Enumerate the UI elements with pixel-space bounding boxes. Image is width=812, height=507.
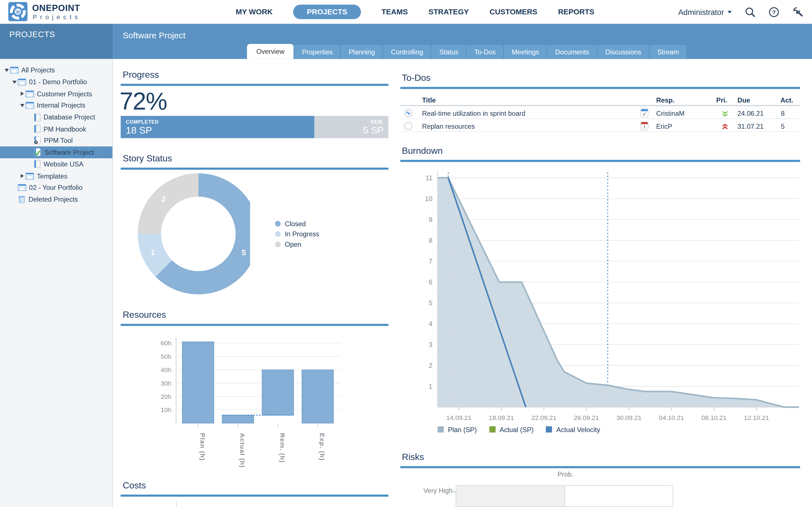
priority-low-green-icon [722,110,728,119]
sidebar-item-01-demo-portfolio[interactable]: 01 - Demo Portfolio [0,76,112,88]
svg-text:10: 10 [425,195,433,203]
story-status-donut-chart: 512 [116,166,250,301]
tree-down-arrow-icon[interactable] [18,104,26,107]
sidebar-item-deleted-projects[interactable]: Deleted Projects [0,193,112,205]
costs-heading: Costs [123,480,146,491]
sidebar-item-website-usa[interactable]: Website USA [0,158,112,170]
nav-teams[interactable]: TEAMS [382,8,408,16]
tree-item-label: Templates [37,172,67,180]
legend-velocity: Actual Velocity [556,426,600,434]
tree-down-arrow-icon[interactable] [3,69,10,72]
nav-projects[interactable]: PROJECTS [293,5,361,19]
sidebar-header: PROJECTS [0,24,113,59]
tree-item-label: Website USA [43,160,84,168]
folder-icon [26,172,34,180]
svg-text:12.10.21: 12.10.21 [744,414,769,421]
tab-to-dos[interactable]: To-Dos [466,45,504,59]
burndown-rule [400,160,800,162]
sidebar-item-internal-projects[interactable]: Internal Projects [0,100,112,112]
main-nav: MY WORK PROJECTS TEAMS STRATEGY CUSTOMER… [236,0,594,24]
col-pri[interactable]: Pri. [716,96,727,104]
tree-right-arrow-icon[interactable] [18,92,26,96]
bar-plan-h- [183,342,214,423]
sidebar-item-software-project[interactable]: Software Project [0,147,112,158]
tab-planning[interactable]: Planning [341,45,383,59]
tree-down-arrow-icon[interactable] [11,80,18,83]
top-bar: ONEPOINT Projects MY WORK PROJECTS TEAMS… [0,0,812,24]
legend-in-progress: In Progress [285,230,319,238]
donut-slice-open [138,173,199,234]
burndown-chart: 123456789101114.09.2118.09.2122.09.2126.… [400,163,802,421]
risks-rule [400,466,800,468]
tab-discussions[interactable]: Discussions [597,45,649,59]
col-resp[interactable]: Resp. [656,96,674,104]
sidebar-item-all-projects[interactable]: All Projects [0,64,112,76]
todo-due-exclamation-icon[interactable]: ! [641,122,649,130]
tree-right-arrow-icon[interactable] [18,174,26,178]
tree-item-label: Software Project [45,149,94,156]
open-dot-icon [275,241,281,247]
todo-title[interactable]: Replan resources [422,122,475,130]
open-circle-icon[interactable] [404,122,413,133]
sidebar-item-database-project[interactable]: Database Project [0,111,112,123]
sidebar-item-ppm-tool[interactable]: PPM Tool [0,135,112,147]
search-icon[interactable] [745,6,756,17]
todo-scheduled-check-icon[interactable]: ✓ [641,109,649,117]
legend-closed: Closed [285,220,306,228]
top-right-cluster: Administrator ? [678,0,804,24]
sidebar-item-pm-handbook[interactable]: PM Handbook [0,123,112,135]
svg-text:26.09.21: 26.09.21 [574,414,599,421]
svg-text:Rem. (h): Rem. (h) [279,433,286,463]
completed-label: COMPLETED [126,119,158,124]
svg-text:7: 7 [428,258,432,265]
tab-overview[interactable]: Overview [247,44,294,59]
todo-resp[interactable]: CristinaM [656,110,684,117]
tab-status[interactable]: Status [431,45,466,59]
todo-title[interactable]: Real-time utilization in sprint board [422,110,525,117]
tree-item-label: All Projects [21,66,55,74]
user-menu[interactable]: Administrator [678,8,732,16]
col-due[interactable]: Due [738,96,750,104]
svg-text:5: 5 [242,248,246,257]
todo-resp[interactable]: EricP [656,122,672,130]
onepoint-logo-icon[interactable] [8,2,28,21]
legend-open: Open [285,240,301,248]
col-act[interactable]: Act. [780,96,793,104]
nav-customers[interactable]: CUSTOMERS [490,8,538,16]
svg-text:18.09.21: 18.09.21 [489,414,514,421]
svg-text:1: 1 [428,383,432,390]
sidebar-item-customer-projects[interactable]: Customer Projects [0,88,112,100]
svg-text:30.09.21: 30.09.21 [616,414,642,421]
sidebar-item-templates[interactable]: Templates [0,170,112,182]
costs-axis-fragment [176,501,176,507]
project-pencil-icon [33,136,42,145]
help-icon[interactable]: ? [769,6,779,17]
folder-icon [17,78,26,86]
brand-name: ONEPOINT [32,3,80,13]
wrench-icon[interactable] [792,6,804,17]
nav-reports[interactable]: REPORTS [558,8,594,16]
nav-strategy[interactable]: STRATEGY [428,8,469,16]
tab-properties[interactable]: Properties [294,45,341,59]
nav-my-work[interactable]: MY WORK [236,8,273,16]
sidebar-item-02-your-portfolio[interactable]: 02 - Your Portfolio [0,182,112,193]
logo-ring-icon [8,2,28,21]
priority-high-red-icon [722,123,728,132]
tab-documents[interactable]: Documents [547,45,597,59]
risks-axis-tick [453,492,456,492]
todos-rule [400,87,800,89]
svg-text:04.10.21: 04.10.21 [659,414,684,421]
tab-stream[interactable]: Stream [649,45,688,59]
tree-item-label: Internal Projects [37,102,86,110]
risks-heading: Risks [402,452,424,462]
tree-item-label: Customer Projects [37,90,92,98]
col-title[interactable]: Title [422,96,436,104]
tab-controlling[interactable]: Controlling [383,45,431,59]
bar-exp-h- [302,370,334,424]
tab-meetings[interactable]: Meetings [504,45,547,59]
brand-subname: Projects [33,13,81,21]
page-title: Software Project [123,31,185,40]
progress-rule [121,84,389,86]
progress-percent: 72% [119,87,167,115]
activity-pulse-icon[interactable] [404,109,413,120]
